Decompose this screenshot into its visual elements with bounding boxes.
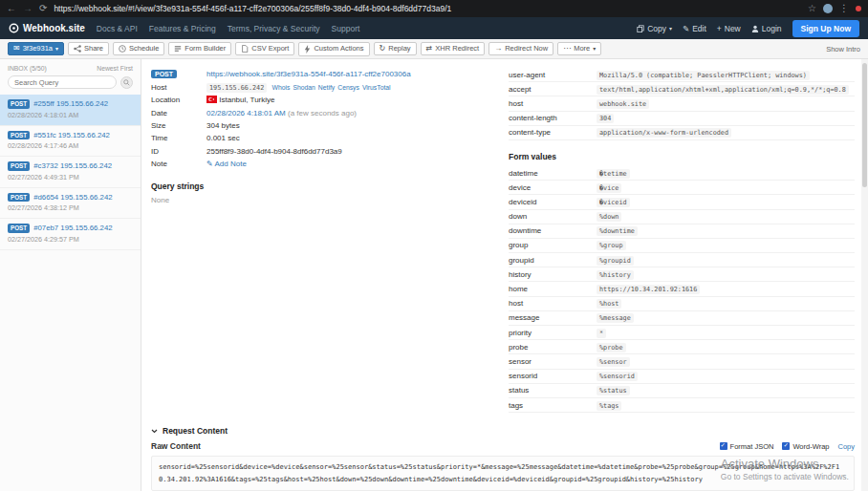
date-link[interactable]: 02/28/2026 4:18:01 AM — [206, 109, 286, 117]
forward-icon[interactable]: → — [23, 4, 33, 13]
webhook-site-page: ← → ⟳ https://webhook.site/#!/view/3f3e9… — [0, 0, 868, 491]
edit-button[interactable]: ✎Edit — [683, 24, 706, 33]
request-timestamp: 02/27/2026 4:49:31 PM — [8, 173, 133, 181]
back-icon[interactable]: ← — [7, 4, 16, 13]
request-id-ip: #07eb7 195.155.66.242 — [33, 224, 112, 232]
sort-toggle[interactable]: Newest First — [97, 65, 133, 72]
new-button[interactable]: +New — [717, 24, 741, 33]
signup-button[interactable]: Sign Up Now — [792, 20, 859, 37]
request-list: POST #255ff 195.155.66.242 02/28/2026 4:… — [0, 95, 141, 250]
custom-actions-button[interactable]: Custom Actions — [298, 42, 369, 56]
nav-terms-privacy[interactable]: Terms, Privacy & Security — [228, 24, 320, 33]
word-wrap-checkbox[interactable]: Word-Wrap — [782, 442, 829, 451]
app-navbar: Webhook.site Docs & API Features & Prici… — [0, 17, 868, 39]
form-values-title: Form values — [509, 152, 855, 161]
method-badge: POST — [8, 224, 30, 233]
request-list-item[interactable]: POST #255ff 195.155.66.242 02/28/2026 4:… — [0, 95, 141, 126]
netify-link[interactable]: Netify — [318, 84, 335, 91]
request-id-ip: #255ff 195.155.66.242 — [33, 99, 108, 108]
nav-docs-api[interactable]: Docs & API — [97, 24, 138, 33]
host-ip: 195.155.66.242 — [206, 83, 267, 93]
kv-name: tags — [509, 397, 597, 412]
csv-export-button[interactable]: CSV Export — [235, 42, 294, 55]
show-intro-link[interactable]: Show Intro — [826, 45, 860, 53]
copy-dropdown[interactable]: Copy▾ — [637, 24, 672, 33]
main-panel: POST https://webhook.site/3f3e931a-554f-… — [141, 59, 868, 491]
request-content-section-toggle[interactable]: Request Content — [151, 426, 855, 436]
schedule-button[interactable]: Schedule — [113, 42, 164, 55]
whois-link[interactable]: Whois — [272, 84, 291, 91]
share-icon — [74, 45, 81, 53]
lightning-icon — [304, 45, 311, 53]
kv-value: �viceid — [597, 198, 630, 207]
navbar-actions: Copy▾ ✎Edit +New Login Sign Up Now — [637, 20, 859, 37]
request-url-link[interactable]: https://webhook.site/3f3e931a-554f-456f-… — [206, 70, 411, 78]
search-input[interactable] — [8, 75, 117, 89]
kv-value: %downtime — [597, 226, 638, 236]
add-note-link[interactable]: ✎ Add Note — [206, 160, 247, 168]
key-value-row: sensorid %sensorid — [509, 369, 855, 383]
time-value: 0.001 sec — [206, 132, 488, 144]
page-scrollbar[interactable] — [861, 59, 868, 491]
kv-name: host — [509, 296, 597, 310]
replay-button[interactable]: ↻ Replay — [374, 42, 417, 55]
location-text: Istanbul, Turkiye — [219, 96, 274, 104]
bookmark-star-icon[interactable]: ☆ — [808, 4, 816, 13]
key-value-row: downtime %downtime — [509, 224, 855, 238]
login-button[interactable]: Login — [751, 24, 782, 33]
browser-profile-avatar[interactable] — [823, 4, 833, 13]
search-options-button[interactable] — [120, 76, 133, 89]
kv-name: downtime — [509, 224, 597, 238]
address-bar[interactable]: https://webhook.site/#!/view/3f3e931a-55… — [54, 4, 801, 13]
nav-links: Docs & API Features & Pricing Terms, Pri… — [97, 24, 360, 33]
share-button[interactable]: Share — [68, 42, 109, 55]
kv-value: 304 — [597, 114, 614, 123]
form-values-table: datetime �tetime device �vice deviceid �… — [509, 166, 855, 413]
request-headers-panel: user-agent Mozilla/5.0 (compatible; Paes… — [509, 68, 855, 413]
pencil-icon: ✎ — [683, 24, 689, 33]
more-dropdown[interactable]: ⋯ More▾ — [557, 42, 601, 55]
request-list-item[interactable]: POST #551fc 195.155.66.242 02/28/2026 4:… — [0, 126, 141, 158]
key-value-row: probe %probe — [509, 340, 855, 354]
browser-menu-icon[interactable]: ⋮ — [839, 4, 849, 13]
chevron-down-icon: ▾ — [669, 25, 672, 32]
request-list-item[interactable]: POST #c3732 195.155.66.242 02/27/2026 4:… — [0, 157, 141, 188]
token-dropdown[interactable]: ✉ 3f3e931a▾ — [8, 42, 64, 55]
nav-support[interactable]: Support — [332, 24, 360, 33]
refresh-icon[interactable]: ⟳ — [39, 4, 47, 13]
method-badge: POST — [8, 131, 30, 140]
kv-name: user-agent — [509, 68, 597, 82]
redirect-now-button[interactable]: → Redirect Now — [488, 42, 553, 55]
key-value-row: home https://10.34.201.92:1616 — [509, 282, 855, 296]
request-list-item[interactable]: POST #07eb7 195.155.66.242 02/27/2026 4:… — [0, 219, 141, 250]
key-value-row: down %down — [509, 209, 855, 224]
kv-name: content-length — [509, 111, 597, 125]
request-list-item[interactable]: POST #d6654 195.155.66.242 02/27/2026 4:… — [0, 188, 141, 220]
checkbox-checked-icon — [782, 442, 790, 450]
format-json-checkbox[interactable]: Format JSON — [720, 442, 774, 451]
shodan-link[interactable]: Shodan — [293, 84, 315, 91]
search-icon — [123, 79, 130, 86]
form-builder-button[interactable]: Form Builder — [168, 42, 231, 55]
scrollbar-thumb[interactable] — [862, 63, 867, 187]
chevron-down-icon: ▾ — [55, 46, 58, 53]
recording-indicator-icon — [856, 6, 861, 11]
list-icon — [174, 45, 182, 53]
virustotal-link[interactable]: VirusTotal — [362, 84, 391, 91]
kv-value: �tetime — [597, 169, 630, 179]
kv-value: %message — [597, 313, 634, 323]
chevron-down-icon: ▾ — [593, 46, 596, 53]
key-value-row: device �vice — [509, 181, 855, 195]
kv-name: sensorid — [509, 369, 597, 383]
xhr-redirect-button[interactable]: ⇄ XHR Redirect — [421, 42, 486, 55]
kv-name: host — [509, 96, 597, 111]
copy-raw-link[interactable]: Copy — [837, 442, 855, 451]
key-value-row: tags %tags — [509, 397, 855, 412]
file-icon — [241, 45, 249, 53]
key-value-row: accept text/html,application/xhtml+xml,a… — [509, 82, 855, 96]
kv-value: �vice — [597, 183, 621, 193]
browser-chrome: ← → ⟳ https://webhook.site/#!/view/3f3e9… — [0, 0, 868, 17]
brand[interactable]: Webhook.site — [9, 23, 85, 33]
nav-features-pricing[interactable]: Features & Pricing — [149, 24, 216, 33]
censys-link[interactable]: Censys — [337, 84, 359, 91]
